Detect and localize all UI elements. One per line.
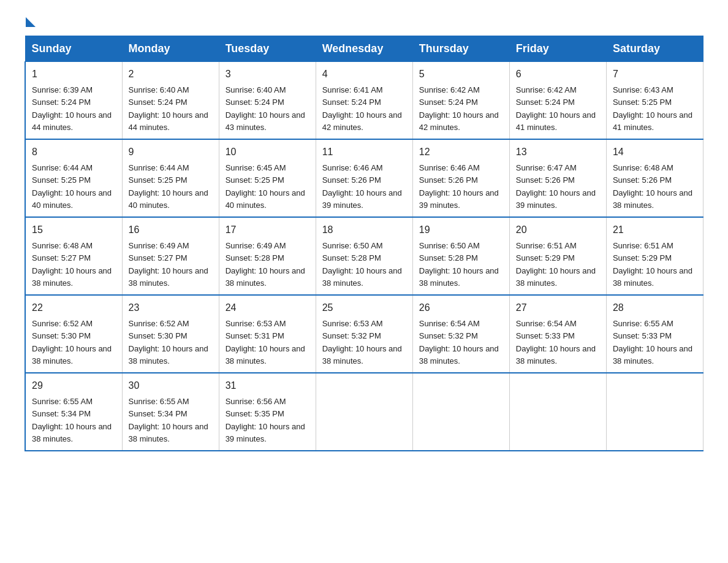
calendar-day-cell: 19Sunrise: 6:50 AMSunset: 5:28 PMDayligh… bbox=[412, 217, 509, 295]
day-of-week-header: Wednesday bbox=[316, 36, 412, 62]
day-sunrise: Sunrise: 6:50 AM bbox=[419, 241, 480, 250]
day-number: 11 bbox=[322, 145, 406, 159]
calendar-week-row: 22Sunrise: 6:52 AMSunset: 5:30 PMDayligh… bbox=[25, 295, 703, 373]
day-sunrise: Sunrise: 6:48 AM bbox=[32, 241, 93, 250]
day-sunset: Sunset: 5:28 PM bbox=[419, 253, 478, 262]
calendar-day-cell bbox=[316, 373, 412, 451]
day-sunrise: Sunrise: 6:40 AM bbox=[226, 85, 286, 94]
day-sunset: Sunset: 5:28 PM bbox=[226, 253, 284, 262]
day-daylight: Daylight: 10 hours and 41 minutes. bbox=[516, 110, 596, 132]
day-number: 15 bbox=[32, 223, 116, 237]
calendar-day-cell: 12Sunrise: 6:46 AMSunset: 5:26 PMDayligh… bbox=[412, 139, 509, 217]
day-daylight: Daylight: 10 hours and 42 minutes. bbox=[322, 110, 402, 132]
day-daylight: Daylight: 10 hours and 42 minutes. bbox=[419, 110, 499, 132]
calendar-day-cell: 3Sunrise: 6:40 AMSunset: 5:24 PMDaylight… bbox=[219, 62, 316, 140]
day-sunrise: Sunrise: 6:40 AM bbox=[129, 85, 189, 94]
day-daylight: Daylight: 10 hours and 39 minutes. bbox=[322, 188, 402, 210]
day-daylight: Daylight: 10 hours and 38 minutes. bbox=[129, 344, 208, 366]
day-sunrise: Sunrise: 6:56 AM bbox=[226, 397, 286, 406]
calendar-week-row: 29Sunrise: 6:55 AMSunset: 5:34 PMDayligh… bbox=[25, 373, 703, 451]
day-number: 2 bbox=[129, 67, 213, 82]
day-number: 13 bbox=[516, 145, 600, 159]
calendar-day-cell bbox=[606, 373, 703, 451]
day-number: 6 bbox=[516, 67, 600, 82]
calendar-day-cell: 24Sunrise: 6:53 AMSunset: 5:31 PMDayligh… bbox=[219, 295, 316, 373]
logo bbox=[25, 18, 36, 26]
day-number: 27 bbox=[516, 301, 600, 315]
day-sunset: Sunset: 5:26 PM bbox=[419, 175, 478, 185]
day-sunrise: Sunrise: 6:48 AM bbox=[613, 163, 673, 172]
calendar-day-cell: 25Sunrise: 6:53 AMSunset: 5:32 PMDayligh… bbox=[316, 295, 412, 373]
day-number: 10 bbox=[226, 145, 309, 159]
day-sunset: Sunset: 5:25 PM bbox=[32, 175, 91, 185]
day-number: 21 bbox=[613, 223, 697, 237]
calendar-day-cell: 15Sunrise: 6:48 AMSunset: 5:27 PMDayligh… bbox=[25, 217, 122, 295]
day-sunset: Sunset: 5:31 PM bbox=[226, 331, 284, 340]
day-number: 9 bbox=[129, 145, 213, 159]
day-daylight: Daylight: 10 hours and 38 minutes. bbox=[129, 266, 208, 288]
calendar-week-row: 15Sunrise: 6:48 AMSunset: 5:27 PMDayligh… bbox=[25, 217, 703, 295]
day-sunset: Sunset: 5:27 PM bbox=[129, 253, 188, 262]
day-sunrise: Sunrise: 6:49 AM bbox=[129, 241, 189, 250]
day-of-week-header: Sunday bbox=[25, 36, 122, 62]
day-sunset: Sunset: 5:32 PM bbox=[322, 331, 381, 340]
day-daylight: Daylight: 10 hours and 38 minutes. bbox=[32, 344, 112, 366]
day-daylight: Daylight: 10 hours and 38 minutes. bbox=[226, 266, 305, 288]
day-daylight: Daylight: 10 hours and 40 minutes. bbox=[129, 188, 208, 210]
day-sunrise: Sunrise: 6:44 AM bbox=[32, 163, 93, 172]
day-daylight: Daylight: 10 hours and 38 minutes. bbox=[32, 266, 112, 288]
day-sunrise: Sunrise: 6:54 AM bbox=[516, 319, 577, 328]
day-sunset: Sunset: 5:34 PM bbox=[32, 409, 91, 418]
day-daylight: Daylight: 10 hours and 41 minutes. bbox=[613, 110, 692, 132]
day-sunset: Sunset: 5:27 PM bbox=[32, 253, 91, 262]
day-of-week-header: Monday bbox=[122, 36, 219, 62]
day-number: 31 bbox=[226, 378, 309, 393]
day-sunset: Sunset: 5:30 PM bbox=[32, 331, 91, 340]
day-sunset: Sunset: 5:24 PM bbox=[322, 98, 381, 107]
calendar-day-cell: 22Sunrise: 6:52 AMSunset: 5:30 PMDayligh… bbox=[25, 295, 122, 373]
day-sunset: Sunset: 5:26 PM bbox=[516, 175, 575, 185]
day-number: 17 bbox=[226, 223, 309, 237]
day-sunrise: Sunrise: 6:44 AM bbox=[129, 163, 189, 172]
day-number: 14 bbox=[613, 145, 697, 159]
day-sunset: Sunset: 5:26 PM bbox=[322, 175, 381, 185]
day-sunset: Sunset: 5:25 PM bbox=[226, 175, 284, 185]
day-sunset: Sunset: 5:33 PM bbox=[516, 331, 575, 340]
calendar-day-cell: 2Sunrise: 6:40 AMSunset: 5:24 PMDaylight… bbox=[122, 62, 219, 140]
page-header bbox=[25, 18, 703, 26]
day-number: 12 bbox=[419, 145, 503, 159]
day-daylight: Daylight: 10 hours and 38 minutes. bbox=[516, 344, 596, 366]
day-daylight: Daylight: 10 hours and 39 minutes. bbox=[516, 188, 596, 210]
calendar-day-cell bbox=[509, 373, 606, 451]
day-sunrise: Sunrise: 6:46 AM bbox=[322, 163, 383, 172]
day-number: 1 bbox=[32, 67, 116, 82]
calendar-day-cell bbox=[412, 373, 509, 451]
day-daylight: Daylight: 10 hours and 44 minutes. bbox=[32, 110, 112, 132]
day-sunrise: Sunrise: 6:49 AM bbox=[226, 241, 286, 250]
day-sunrise: Sunrise: 6:53 AM bbox=[322, 319, 383, 328]
day-daylight: Daylight: 10 hours and 38 minutes. bbox=[613, 188, 692, 210]
logo-arrow-icon bbox=[26, 17, 36, 27]
day-daylight: Daylight: 10 hours and 38 minutes. bbox=[419, 344, 499, 366]
calendar-week-row: 1Sunrise: 6:39 AMSunset: 5:24 PMDaylight… bbox=[25, 62, 703, 140]
day-daylight: Daylight: 10 hours and 40 minutes. bbox=[32, 188, 112, 210]
calendar-day-cell: 10Sunrise: 6:45 AMSunset: 5:25 PMDayligh… bbox=[219, 139, 316, 217]
day-sunrise: Sunrise: 6:46 AM bbox=[419, 163, 480, 172]
day-sunset: Sunset: 5:35 PM bbox=[226, 409, 284, 418]
day-number: 26 bbox=[419, 301, 503, 315]
day-sunset: Sunset: 5:28 PM bbox=[322, 253, 381, 262]
day-of-week-header: Friday bbox=[509, 36, 606, 62]
calendar-day-cell: 20Sunrise: 6:51 AMSunset: 5:29 PMDayligh… bbox=[509, 217, 606, 295]
calendar-day-cell: 9Sunrise: 6:44 AMSunset: 5:25 PMDaylight… bbox=[122, 139, 219, 217]
calendar-header-row: SundayMondayTuesdayWednesdayThursdayFrid… bbox=[25, 36, 703, 62]
day-daylight: Daylight: 10 hours and 38 minutes. bbox=[613, 344, 692, 366]
calendar-day-cell: 27Sunrise: 6:54 AMSunset: 5:33 PMDayligh… bbox=[509, 295, 606, 373]
day-number: 30 bbox=[129, 378, 213, 393]
day-sunrise: Sunrise: 6:41 AM bbox=[322, 85, 383, 94]
day-number: 19 bbox=[419, 223, 503, 237]
day-number: 16 bbox=[129, 223, 213, 237]
calendar-day-cell: 17Sunrise: 6:49 AMSunset: 5:28 PMDayligh… bbox=[219, 217, 316, 295]
day-daylight: Daylight: 10 hours and 38 minutes. bbox=[32, 422, 112, 443]
day-sunset: Sunset: 5:24 PM bbox=[419, 98, 478, 107]
calendar-week-row: 8Sunrise: 6:44 AMSunset: 5:25 PMDaylight… bbox=[25, 139, 703, 217]
